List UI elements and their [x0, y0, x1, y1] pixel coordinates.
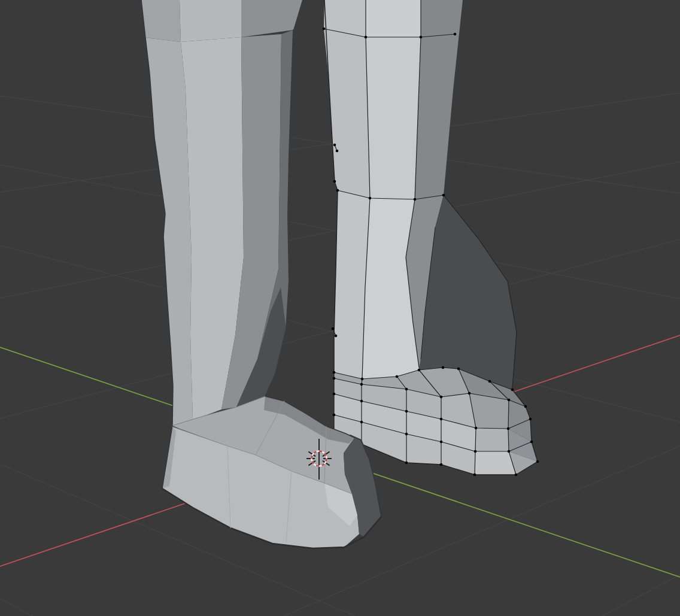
- mesh-vertex[interactable]: [507, 427, 510, 430]
- mesh-vertex[interactable]: [488, 380, 491, 383]
- mesh-vertex[interactable]: [440, 418, 443, 421]
- mesh-face[interactable]: [180, 0, 241, 42]
- viewport-canvas[interactable]: [0, 0, 680, 616]
- mesh-vertex[interactable]: [335, 335, 338, 338]
- mesh-vertex[interactable]: [405, 388, 408, 391]
- mesh-vertex[interactable]: [473, 474, 476, 477]
- mesh-vertex[interactable]: [333, 371, 336, 374]
- mesh-vertex[interactable]: [369, 197, 372, 200]
- mesh-vertex[interactable]: [323, 28, 326, 31]
- mesh-vertex[interactable]: [442, 194, 445, 197]
- mesh-vertex[interactable]: [442, 366, 445, 369]
- mesh-vertex[interactable]: [333, 377, 336, 380]
- mesh-vertex[interactable]: [536, 460, 539, 463]
- mesh-vertex[interactable]: [440, 441, 443, 444]
- mesh-vertex[interactable]: [333, 180, 336, 183]
- mesh-face[interactable]: [366, 0, 421, 37]
- mesh-vertex[interactable]: [336, 150, 339, 153]
- mesh-vertex[interactable]: [475, 427, 478, 430]
- mesh-vertex[interactable]: [333, 393, 336, 396]
- mesh-vertex[interactable]: [333, 414, 336, 417]
- mesh-vertex[interactable]: [457, 368, 460, 371]
- mesh-vertex[interactable]: [396, 375, 399, 378]
- mesh-face[interactable]: [366, 37, 421, 199]
- mesh-vertex[interactable]: [440, 463, 443, 466]
- mesh-vertex[interactable]: [474, 450, 477, 453]
- mesh-vertex[interactable]: [511, 389, 514, 392]
- mesh-vertex[interactable]: [515, 474, 518, 477]
- mesh-vertex[interactable]: [360, 421, 363, 424]
- mesh-vertex[interactable]: [333, 144, 336, 147]
- mesh-vertex[interactable]: [361, 378, 364, 381]
- mesh-vertex[interactable]: [440, 396, 443, 399]
- mesh-vertex[interactable]: [420, 36, 423, 39]
- mesh-vertex[interactable]: [336, 189, 339, 192]
- mesh-vertex[interactable]: [468, 392, 471, 395]
- mesh-vertex[interactable]: [360, 400, 363, 403]
- mesh-vertex[interactable]: [508, 399, 511, 402]
- mesh-face[interactable]: [141, 0, 181, 42]
- mesh-vertex[interactable]: [405, 433, 408, 436]
- mesh-vertex[interactable]: [365, 36, 368, 39]
- mesh-vertex[interactable]: [405, 410, 408, 413]
- mesh-vertex[interactable]: [418, 369, 421, 372]
- mesh-vertex[interactable]: [524, 405, 527, 408]
- mesh-vertex[interactable]: [414, 198, 417, 201]
- mesh-vertex[interactable]: [405, 462, 408, 465]
- mesh-vertex[interactable]: [530, 441, 533, 444]
- mesh-vertex[interactable]: [508, 450, 511, 453]
- mesh-vertex[interactable]: [332, 327, 335, 330]
- mesh-vertex[interactable]: [454, 33, 457, 36]
- mesh-vertex[interactable]: [529, 418, 532, 421]
- mesh-vertex[interactable]: [360, 383, 363, 386]
- mesh-face[interactable]: [475, 428, 509, 451]
- blender-3d-viewport[interactable]: [0, 0, 680, 616]
